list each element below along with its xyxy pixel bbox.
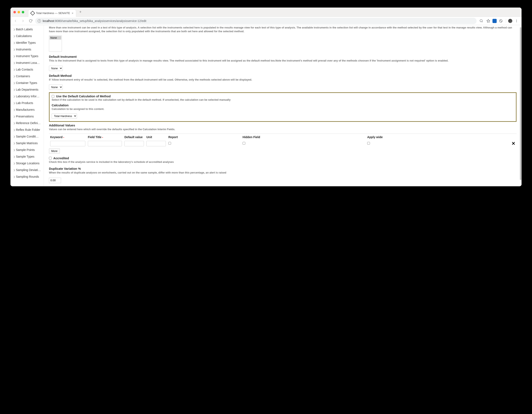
chevron-right-icon: ❯: [13, 62, 15, 64]
sidebar-item[interactable]: ❯Sampling Deviati…: [10, 167, 44, 173]
url-text: localhost:8080/senaite/bika_setup/bika_a…: [43, 19, 146, 23]
sidebar-item-label: Sampling Deviati…: [16, 168, 41, 172]
keyword-input[interactable]: [50, 141, 85, 146]
sidebar-item[interactable]: ❯Reflex Rule Folder: [10, 126, 44, 133]
default-value-input[interactable]: [124, 141, 144, 146]
bookmark-star-icon[interactable]: [485, 18, 491, 24]
sidebar-item[interactable]: ❯Sample Matrices: [10, 140, 44, 147]
sidebar-item-label: Instrument Types: [16, 54, 38, 58]
apply-wide-checkbox[interactable]: [367, 142, 370, 145]
sidebar-item[interactable]: ❯Lab Products: [10, 100, 44, 106]
additional-values-help: Values can be entered here which will ov…: [49, 128, 516, 131]
scrollbar[interactable]: [520, 25, 521, 186]
sidebar: ❯Batch Labels❯Calculations❯Identifier Ty…: [10, 25, 44, 186]
sidebar-item-label: Reference Defini…: [16, 121, 41, 125]
sidebar-item-label: Manufacturers: [16, 108, 35, 111]
sidebar-item[interactable]: ❯Batch Labels: [10, 26, 44, 33]
sidebar-item[interactable]: ❯Container Types: [10, 79, 44, 86]
report-checkbox[interactable]: [168, 142, 171, 145]
sidebar-item[interactable]: ❯Storage Locations: [10, 160, 44, 167]
menu-button[interactable]: [513, 18, 519, 24]
minimize-window-button[interactable]: [18, 11, 20, 13]
calculation-select[interactable]: Total Hardness: [52, 113, 77, 119]
col-field-title: Field Title •: [86, 134, 123, 140]
default-method-label: Default Method: [49, 74, 516, 78]
window-controls: [13, 11, 24, 13]
instruments-help: More than one instrument can be used in …: [49, 26, 516, 33]
accredited-checkbox[interactable]: [49, 157, 52, 159]
sidebar-item-label: Preservations: [16, 115, 34, 118]
chevron-right-icon: ❯: [13, 149, 15, 151]
sidebar-item[interactable]: ❯Reference Defini…: [10, 120, 44, 126]
sidebar-item-label: Sample Conditi…: [16, 135, 39, 138]
default-instrument-select[interactable]: None: [49, 66, 63, 71]
sidebar-item[interactable]: ❯Sample Points: [10, 147, 44, 153]
address-bar[interactable]: i localhost:8080/senaite/bika_setup/bika…: [35, 18, 476, 24]
chevron-right-icon: ❯: [13, 162, 15, 165]
reload-button[interactable]: [28, 18, 33, 24]
chevron-right-icon: ❯: [13, 95, 15, 98]
sidebar-item[interactable]: ❯Sample Types: [10, 153, 44, 160]
extension-icon-1[interactable]: [493, 19, 497, 23]
duplicate-input[interactable]: [49, 178, 61, 183]
sidebar-item[interactable]: ❯Identifier Types: [10, 39, 44, 46]
sidebar-item[interactable]: ❯Sampling Rounds: [10, 173, 44, 180]
scrollbar-thumb[interactable]: [520, 27, 521, 180]
chevron-right-icon: ❯: [13, 176, 15, 178]
close-window-button[interactable]: [13, 11, 16, 13]
calculation-help: Calculation to be assigned to this conte…: [52, 108, 514, 110]
duplicate-label: Duplicate Variation %: [49, 167, 516, 170]
chevron-right-icon: ❯: [13, 42, 15, 44]
more-button[interactable]: More: [49, 148, 60, 154]
svg-marker-2: [487, 19, 490, 22]
sidebar-item-label: Batch Labels: [16, 28, 33, 31]
default-method-select[interactable]: None: [49, 85, 63, 90]
chevron-right-icon: ❯: [13, 55, 15, 57]
sidebar-item-label: Calculations: [16, 34, 32, 38]
use-default-calc-checkbox[interactable]: [52, 95, 54, 98]
forward-button[interactable]: [20, 18, 26, 24]
zoom-icon[interactable]: [478, 18, 484, 24]
field-title-input[interactable]: [88, 141, 122, 146]
browser-tab[interactable]: Total Hardness — SENAITE ×: [28, 10, 76, 17]
use-default-calc-help: Select if the calculation to be used is …: [52, 98, 514, 101]
back-button[interactable]: [13, 18, 19, 24]
profile-avatar-icon[interactable]: [508, 19, 512, 23]
accredited-label: Accredited: [53, 157, 69, 160]
sidebar-item[interactable]: ❯Lab Contacts: [10, 66, 44, 73]
chevron-right-icon: ❯: [13, 48, 15, 51]
sidebar-item-label: Sample Points: [16, 148, 35, 152]
svg-line-4: [500, 20, 502, 22]
sidebar-item-label: Sample Matrices: [16, 141, 38, 145]
new-tab-button[interactable]: +: [77, 9, 83, 15]
sidebar-item[interactable]: ❯Lab Departments: [10, 86, 44, 93]
extension-icon-2[interactable]: [498, 18, 504, 24]
sidebar-item[interactable]: ❯Sample Conditi…: [10, 133, 44, 140]
sidebar-item[interactable]: ❯Manufacturers: [10, 106, 44, 113]
instruments-listbox[interactable]: None: [49, 35, 62, 52]
table-row: ✕: [49, 140, 516, 147]
favicon-icon: [30, 11, 35, 16]
chevron-right-icon: ❯: [13, 156, 15, 158]
sidebar-item[interactable]: ❯Laboratory Infor…: [10, 93, 44, 100]
sidebar-item[interactable]: ❯Instrument Loca…: [10, 59, 44, 66]
sidebar-item-label: Sample Types: [16, 155, 34, 158]
chevron-right-icon: ❯: [13, 69, 15, 71]
hidden-checkbox[interactable]: [243, 142, 245, 145]
sidebar-item[interactable]: ❯Instruments: [10, 46, 44, 53]
unit-input[interactable]: [146, 141, 166, 146]
sidebar-item[interactable]: ❯Preservations: [10, 113, 44, 120]
chevron-right-icon: ❯: [13, 28, 15, 30]
sidebar-item[interactable]: ❯Containers: [10, 73, 44, 79]
sidebar-item-label: Reflex Rule Folder: [16, 128, 40, 131]
delete-row-button[interactable]: ✕: [478, 140, 516, 147]
default-instrument-help: This is the instrument that is assigned …: [49, 59, 516, 63]
sidebar-item[interactable]: ❯Calculations: [10, 33, 44, 39]
maximize-window-button[interactable]: [22, 11, 24, 13]
sidebar-item-label: Container Types: [16, 81, 37, 85]
sidebar-item[interactable]: ❯Instrument Types: [10, 53, 44, 59]
close-tab-button[interactable]: ×: [72, 11, 74, 15]
site-info-icon[interactable]: i: [38, 19, 41, 23]
chevron-right-icon: ❯: [13, 82, 15, 84]
use-default-calc-label: Use the Default Calculation of Method: [56, 95, 111, 98]
